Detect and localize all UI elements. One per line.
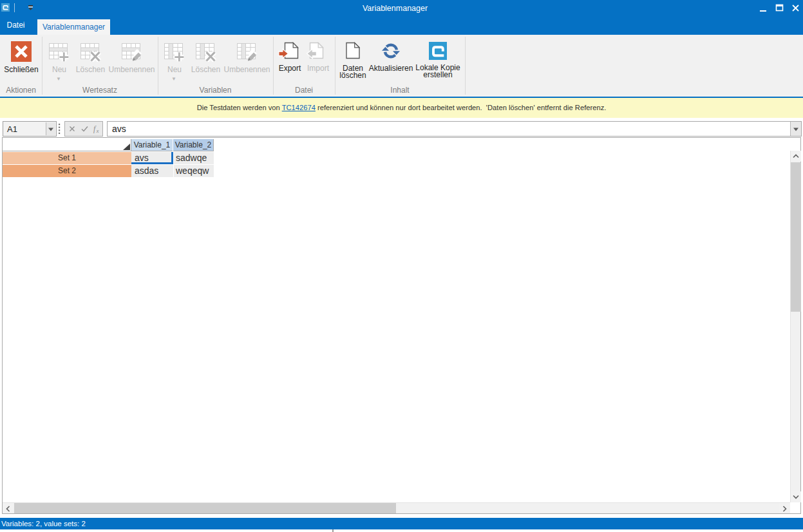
svg-text:x: x: [96, 128, 99, 134]
